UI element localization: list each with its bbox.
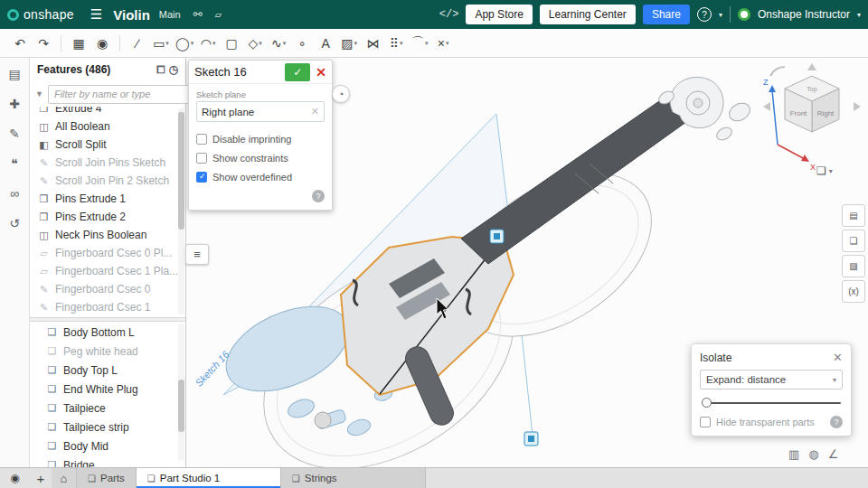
view-cube[interactable]: Top Front Right Z X bbox=[758, 61, 866, 175]
construction-tool-icon[interactable]: ▨ bbox=[338, 33, 360, 54]
cancel-button[interactable]: ✕ bbox=[316, 65, 326, 80]
feature-extrude[interactable]: ❒ Pins Extrude 1 bbox=[30, 190, 185, 208]
measure-icon[interactable]: ∠ bbox=[828, 447, 839, 461]
checkbox-icon[interactable] bbox=[196, 172, 207, 183]
folder-icon[interactable]: ▱ bbox=[215, 8, 222, 22]
comment-icon[interactable]: ❝ bbox=[5, 155, 24, 173]
render-mode-icon[interactable]: ◍ bbox=[808, 447, 818, 461]
workspace-name[interactable]: Main bbox=[159, 9, 181, 20]
sketch-plane-field[interactable]: Right plane ✕ bbox=[196, 101, 325, 122]
app-store-button[interactable]: App Store bbox=[466, 5, 532, 24]
help-icon[interactable]: ? bbox=[697, 7, 712, 22]
mirror-tool-icon[interactable]: ⋈ bbox=[362, 33, 383, 54]
add-tab-button[interactable]: + bbox=[30, 468, 52, 488]
view-cube-faces[interactable] bbox=[785, 76, 839, 132]
insert-reference-icon[interactable]: ⧠ bbox=[156, 63, 165, 76]
sketch-timer-icon[interactable]: ◔ bbox=[332, 85, 350, 103]
redo-icon[interactable]: ↷ bbox=[33, 33, 54, 54]
part-item[interactable]: ❏ Tailpiece strip bbox=[30, 418, 185, 436]
arc-tool-icon[interactable]: ◠ bbox=[197, 33, 219, 54]
history-icon[interactable]: ↺ bbox=[5, 214, 24, 232]
display-states-icon[interactable]: ▤ bbox=[842, 204, 865, 227]
exploded-view-icon[interactable]: ▨ bbox=[842, 255, 865, 277]
constraint-list-button[interactable]: ≡ bbox=[185, 244, 209, 265]
feature-plane[interactable]: ▱ Fingerboard Csec 0 Pl... bbox=[30, 244, 185, 262]
screencast-icon[interactable]: ◉ bbox=[0, 468, 30, 488]
feature-sketch[interactable]: ✎ Scroll Join Pin 2 Sketch bbox=[30, 172, 185, 190]
part-item[interactable]: ❏ End White Plug bbox=[30, 380, 185, 399]
isolate-distance-slider[interactable] bbox=[702, 398, 841, 408]
part-item[interactable]: ❏ Body Top L bbox=[30, 361, 185, 380]
clear-selection-icon[interactable]: ✕ bbox=[311, 106, 319, 117]
slot-tool-icon[interactable]: ▢ bbox=[221, 33, 242, 54]
accept-button[interactable]: ✓ bbox=[285, 63, 310, 81]
variables-icon[interactable]: (x) bbox=[842, 280, 865, 303]
checkbox-icon[interactable] bbox=[196, 134, 207, 145]
close-icon[interactable]: ✕ bbox=[833, 351, 843, 364]
versions-icon[interactable]: </> bbox=[439, 8, 459, 21]
feature-list-container[interactable]: ❒ Extrude 4 ◫ All Boolean ◧ Scroll Split bbox=[30, 107, 185, 467]
feature-sketch[interactable]: ✎ Fingerboard Csec 1 bbox=[30, 298, 185, 316]
follow-icon[interactable]: ∞ bbox=[5, 184, 24, 202]
line-tool-icon[interactable]: ∕ bbox=[127, 33, 148, 54]
feature-boolean[interactable]: ◫ All Boolean bbox=[30, 117, 185, 136]
section-view-icon[interactable]: ❏ bbox=[842, 230, 865, 252]
sketch-option[interactable]: Disable imprinting bbox=[196, 129, 325, 148]
rectangle-tool-icon[interactable]: ▭ bbox=[150, 33, 172, 54]
slider-knob[interactable] bbox=[702, 398, 712, 408]
checkbox-icon[interactable] bbox=[196, 153, 207, 164]
graphics-area[interactable]: Sketch 16 ▤ ✚ ✎ ❝ ∞ ↺ Features (486) ⧠ bbox=[0, 58, 868, 467]
rotate-right-arrow-icon[interactable] bbox=[854, 102, 861, 111]
rollback-bar[interactable] bbox=[30, 317, 185, 322]
share-button[interactable]: Share bbox=[643, 5, 690, 24]
parts-scrollbar[interactable] bbox=[178, 324, 184, 461]
learning-center-button[interactable]: Learning Center bbox=[540, 5, 636, 24]
rotate-left-arrow-icon[interactable] bbox=[763, 102, 770, 111]
home-icon[interactable]: ⌂ bbox=[52, 468, 77, 488]
isolate-help-icon[interactable]: ? bbox=[830, 416, 843, 428]
sheet-icon[interactable]: ▦ bbox=[68, 33, 90, 54]
onshape-logo[interactable]: onshape bbox=[7, 7, 74, 22]
part-item[interactable]: ❏ Peg white head bbox=[30, 342, 185, 361]
view-options-button[interactable]: ❏▾ bbox=[816, 164, 833, 177]
fillet-tool-icon[interactable]: ⌒ bbox=[409, 33, 430, 54]
text-tool-icon[interactable]: A bbox=[315, 33, 336, 54]
feature-extrude[interactable]: ❒ Extrude 4 bbox=[30, 107, 185, 117]
hide-transparent-checkbox[interactable] bbox=[700, 417, 711, 427]
spline-tool-icon[interactable]: ∿ bbox=[268, 33, 289, 54]
part-item[interactable]: ❏ Tailpiece bbox=[30, 399, 185, 418]
menu-icon[interactable]: ☰ bbox=[90, 6, 102, 23]
tab-parts[interactable]: ❏ Parts bbox=[77, 468, 137, 488]
part-item[interactable]: ❏ Bridge bbox=[30, 455, 185, 467]
toolbar-tool[interactable] bbox=[119, 35, 120, 52]
annotate-icon[interactable]: ✎ bbox=[5, 125, 24, 143]
sketch-option[interactable]: Show constraints bbox=[196, 148, 325, 167]
account-menu[interactable]: Onshape Instructor bbox=[758, 8, 850, 21]
feature-graph-icon[interactable]: ▤ bbox=[5, 65, 24, 83]
rebuild-icon[interactable]: ◷ bbox=[169, 63, 178, 76]
appearance-icon[interactable]: ◉ bbox=[91, 33, 113, 54]
filter-input[interactable] bbox=[48, 85, 190, 104]
features-scrollbar[interactable] bbox=[178, 108, 184, 314]
sketch-option[interactable]: Show overdefined bbox=[196, 167, 325, 186]
dialog-help-icon[interactable]: ? bbox=[312, 190, 325, 202]
tab-strings[interactable]: ❏ Strings bbox=[281, 468, 426, 488]
rotate-up-arrow-icon[interactable] bbox=[807, 63, 816, 70]
account-caret-icon[interactable]: ▾ bbox=[857, 11, 861, 19]
part-item[interactable]: ❏ Body Mid bbox=[30, 436, 185, 455]
performance-icon[interactable]: ▥ bbox=[788, 447, 799, 461]
feature-sketch[interactable]: ✎ Fingerboard Csec 0 bbox=[30, 280, 185, 298]
feature-sketch[interactable]: ✎ Scroll Join Pins Sketch bbox=[30, 154, 185, 172]
rotate-arrow-icon[interactable] bbox=[770, 67, 785, 76]
undo-icon[interactable]: ↶ bbox=[9, 33, 31, 54]
part-item[interactable]: ❏ Body Bottom L bbox=[30, 323, 185, 342]
feature-plane[interactable]: ▱ Fingerboard Csec 1 Pla... bbox=[30, 262, 185, 280]
help-caret-icon[interactable]: ▾ bbox=[719, 11, 722, 19]
isolate-mode-select[interactable]: Expand: distance ▾ bbox=[700, 370, 843, 389]
pattern-tool-icon[interactable]: ⠿ bbox=[385, 33, 407, 54]
toolbar-tool[interactable] bbox=[61, 35, 61, 52]
circle-tool-icon[interactable]: ◯ bbox=[174, 33, 195, 54]
copy-link-icon[interactable]: ⚯ bbox=[193, 8, 203, 22]
feature-extrude[interactable]: ❒ Pins Extrude 2 bbox=[30, 208, 185, 226]
add-icon[interactable]: ✚ bbox=[5, 95, 24, 113]
